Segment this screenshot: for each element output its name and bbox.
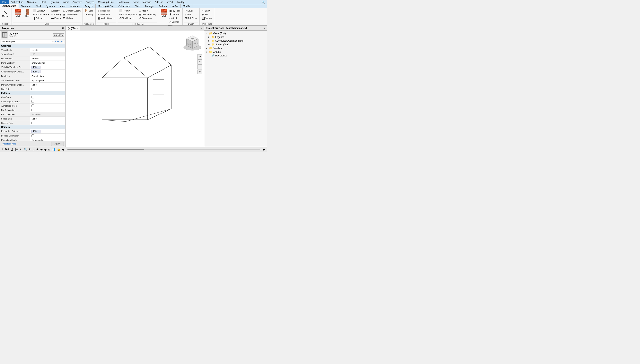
file-menu[interactable]: File (0, 0, 9, 4)
set-button[interactable]: ⊕ Set (201, 13, 213, 16)
far-clip-active-checkbox[interactable] (32, 109, 34, 111)
viewer-button[interactable]: 🔲 Viewer (201, 16, 213, 20)
pb-revit-links[interactable]: 🔗 Revit Links (205, 54, 266, 58)
status-arrow-right[interactable]: ▶ (263, 148, 265, 151)
status-rotate-icon[interactable]: ↻ (29, 148, 32, 151)
mullion-button[interactable]: ⊞ Mullion (62, 16, 81, 20)
area-button[interactable]: ⊡ Area ▾ (138, 9, 157, 12)
status-analysis-icon[interactable]: 📊 (52, 148, 56, 151)
viewport-tab-3d[interactable]: ⬡ {3D} × (66, 26, 80, 30)
close-tab-3d[interactable]: × (77, 27, 78, 30)
view-scale-value[interactable]: 1 : 100 (30, 48, 65, 52)
ref-plane-button[interactable]: ⊟ Ref. Plane (184, 16, 198, 20)
status-home-icon[interactable]: ⌂ (33, 148, 35, 151)
section-box-value[interactable] (30, 121, 65, 125)
stair-button[interactable]: 🪜 Stair (84, 9, 94, 12)
tab-annotate[interactable]: Annotate (68, 4, 82, 8)
model-text-button[interactable]: T Model Text (97, 9, 116, 12)
menu-analyze[interactable]: Analyze (84, 0, 96, 4)
sun-path-value[interactable] (30, 87, 65, 91)
sun-path-checkbox[interactable] (32, 88, 34, 90)
component-button[interactable]: ⚙ Component ▾ (32, 13, 50, 16)
room-separator-button[interactable]: ┄ Room Separator (118, 13, 138, 16)
tab-modify[interactable]: Modify (181, 4, 192, 8)
status-render-icon[interactable]: ◉ (40, 148, 43, 151)
edit-type-link[interactable]: Edit Type (55, 40, 64, 43)
status-print-icon[interactable]: 🖨 (10, 148, 14, 151)
detail-level-value[interactable]: Medium (30, 56, 65, 60)
scope-box-value[interactable]: None (30, 116, 65, 121)
menu-systems[interactable]: Systems (48, 0, 61, 4)
pan-button[interactable]: ✥ (197, 70, 202, 74)
rendering-settings-edit-btn[interactable]: Edit... (32, 130, 41, 133)
tab-systems[interactable]: Systems (43, 4, 57, 8)
opening-wall-button[interactable]: 🧱 Wall (159, 9, 168, 18)
pb-sheets[interactable]: ▶ 📁 Sheets (Tout) (205, 42, 266, 46)
roof-button[interactable]: ⌂ Roof ▾ (50, 9, 62, 12)
tab-massing[interactable]: Massing & Site (96, 4, 116, 8)
status-settings-icon[interactable]: ⚙ (20, 148, 23, 151)
tab-manage[interactable]: Manage (143, 4, 156, 8)
viewport-canvas[interactable]: TOP RIGHT FRONT ⊕ + − ✥ (66, 31, 204, 147)
close-properties-button[interactable]: × (62, 26, 64, 30)
grid-button[interactable]: # Grid (184, 13, 198, 16)
parts-vis-value[interactable]: Show Original (30, 61, 65, 65)
show-button[interactable]: 👁 Show (201, 9, 213, 12)
menu-collaborate[interactable]: Collaborate (116, 0, 132, 4)
shaft-button[interactable]: ⬡ Shaft (168, 16, 181, 20)
view-name-select[interactable]: 3D View: {3D} (1, 40, 54, 43)
menu-architecture[interactable]: Architecture (9, 0, 25, 4)
room-button[interactable]: ⬜ Room ▾ (118, 9, 138, 12)
menu-addins[interactable]: Add-Ins (153, 0, 165, 4)
vis-graphics-edit-btn[interactable]: Edit... (32, 66, 41, 69)
viewport-menu-icon[interactable]: ▾ (200, 27, 203, 30)
zoom-out-button[interactable]: − (197, 64, 202, 69)
floor-button[interactable]: ▬ Floor ▾ (50, 16, 62, 20)
vertical-button[interactable]: ⬆ Vertical (168, 13, 181, 16)
status-crop-icon[interactable]: ⊡ (48, 148, 51, 151)
wall-button[interactable]: 🧱 Wall (13, 9, 23, 18)
properties-help-link[interactable]: Properties help (2, 142, 16, 145)
section-box-checkbox[interactable] (32, 122, 34, 124)
window-button[interactable]: ⬜ Window (32, 9, 50, 12)
area-boundary-button[interactable]: ⊟ Area Boundary (138, 13, 157, 16)
menu-weark[interactable]: weArk (165, 0, 175, 4)
tab-collaborate[interactable]: Collaborate (116, 4, 133, 8)
model-line-button[interactable]: ╱ Model Line (97, 13, 116, 16)
menu-steel[interactable]: Steel (39, 0, 48, 4)
apply-button[interactable]: Apply (51, 142, 64, 146)
tag-room-button[interactable]: 🏷 Tag Room ▾ (118, 16, 138, 20)
tab-analyze[interactable]: Analyze (82, 4, 96, 8)
zoom-in-button[interactable]: + (197, 59, 202, 64)
tab-addins[interactable]: Add-Ins (156, 4, 169, 8)
ramp-button[interactable]: ↗ Ramp (84, 13, 94, 16)
crop-view-checkbox[interactable] (32, 96, 34, 98)
status-sun-icon[interactable]: ☀ (36, 148, 39, 151)
menu-insert[interactable]: Insert (61, 0, 71, 4)
menu-view[interactable]: View (132, 0, 141, 4)
pb-schedules[interactable]: ▶ 📁 Schedules/Quantities (Tout) (205, 39, 266, 42)
column-button[interactable]: ▐ Column ▾ (32, 16, 50, 20)
tag-area-button[interactable]: 🏷 Tag Area ▾ (138, 16, 157, 20)
pb-groups[interactable]: ▶ 📁 Groups (205, 50, 266, 54)
annotation-crop-value[interactable] (30, 104, 65, 108)
nav-cube[interactable]: TOP RIGHT FRONT (183, 33, 202, 52)
dormer-button[interactable]: ⌂ Dormer (168, 20, 181, 24)
pb-families[interactable]: ▶ 📁 Families (205, 46, 266, 50)
search-icon[interactable]: 🔍 (260, 0, 267, 4)
status-save-icon[interactable]: 💾 (15, 148, 19, 151)
level-button[interactable]: ⊸ Level (184, 9, 198, 12)
menu-annotate[interactable]: Annotate (71, 0, 84, 4)
pb-views[interactable]: ▼ 📁 Views (Tout) (205, 32, 266, 35)
crop-view-value[interactable] (30, 95, 65, 99)
status-lock-icon[interactable]: 🔒 (57, 148, 61, 151)
pb-legends[interactable]: ▶ 📁 Legends (205, 35, 266, 39)
tab-structure[interactable]: Structure (19, 4, 33, 8)
tab-view[interactable]: View (133, 4, 143, 8)
status-more-icon[interactable]: ◀ (61, 148, 64, 151)
close-pb-button[interactable]: × (264, 26, 265, 30)
tab-insert[interactable]: Insert (57, 4, 68, 8)
menu-manage[interactable]: Manage (141, 0, 153, 4)
discipline-value[interactable]: Coordination (30, 74, 65, 78)
modify-button[interactable]: ↖ Modify (1, 9, 9, 18)
